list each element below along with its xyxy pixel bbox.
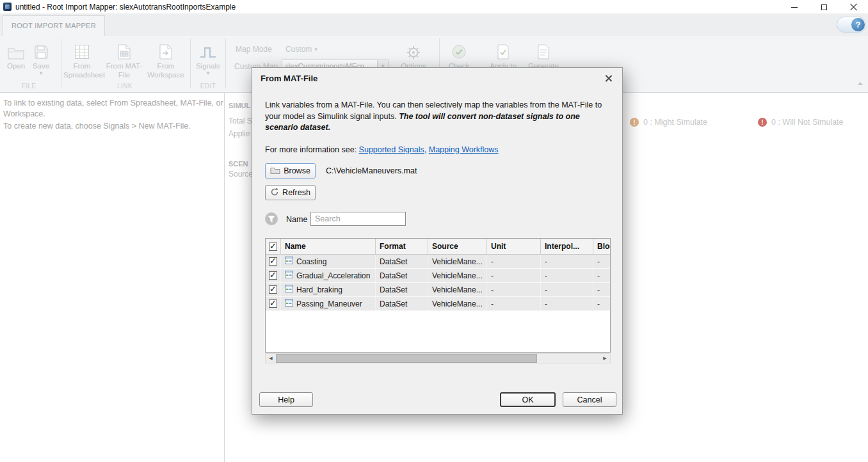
row-checkbox-cell: [266, 255, 281, 268]
mat-file-icon: [104, 39, 144, 60]
row-checkbox-cell: [266, 283, 281, 296]
header-unit[interactable]: Unit: [487, 239, 541, 254]
maximize-button[interactable]: [809, 0, 839, 14]
row-checkbox[interactable]: [269, 299, 277, 308]
filter-icon[interactable]: [264, 212, 278, 226]
minimize-button[interactable]: [780, 0, 809, 14]
scrollbar-track[interactable]: [276, 354, 600, 363]
will-not-simulate-text: 0 : Will Not Simulate: [771, 118, 844, 127]
scroll-right-button[interactable]: ▶: [600, 354, 610, 363]
spreadsheet-icon: [63, 39, 100, 60]
browse-label: Browse: [284, 166, 310, 175]
scrollbar-thumb[interactable]: [276, 354, 537, 363]
from-mat-file-button[interactable]: From MAT-File: [104, 39, 144, 79]
app-icon: [3, 3, 12, 11]
row-name-cell: Gradual_Acceleration: [281, 269, 376, 282]
row-source: VehicleMane...: [428, 283, 487, 296]
from-spreadsheet-button[interactable]: From Spreadsheet: [63, 39, 100, 79]
refresh-button[interactable]: Refresh: [265, 185, 316, 200]
close-icon: [849, 3, 857, 11]
tab-root-import-mapper[interactable]: ROOT IMPORT MAPPER: [3, 15, 105, 36]
help-button-dialog[interactable]: Help: [259, 392, 313, 407]
header-name[interactable]: Name: [281, 239, 376, 254]
signals-label: Signals: [196, 62, 220, 70]
applied-label: Applie: [229, 129, 252, 138]
browse-button[interactable]: Browse: [265, 163, 316, 179]
browse-folder-icon: [270, 166, 280, 176]
simulation-section-label: SIMUL: [229, 102, 252, 109]
table-row[interactable]: Passing_Maneuver DataSet VehicleMane... …: [266, 297, 610, 311]
header-source[interactable]: Source: [428, 239, 487, 254]
map-mode-value: Custom: [285, 45, 312, 54]
search-input[interactable]: [310, 212, 406, 226]
row-unit: -: [487, 297, 541, 310]
cancel-button[interactable]: Cancel: [563, 392, 616, 407]
from-workspace-button[interactable]: From Workspace: [145, 39, 186, 79]
signals-table: Name Format Source Unit Interpol... Bloc…: [265, 238, 611, 353]
row-block: -: [593, 297, 610, 310]
will-not-simulate-status: ! 0 : Will Not Simulate: [758, 118, 844, 127]
close-icon: [605, 75, 612, 82]
select-all-cell: [266, 239, 281, 254]
row-name-cell: Hard_braking: [281, 283, 376, 296]
file-group-label: FILE: [4, 83, 54, 90]
row-unit: -: [487, 269, 541, 282]
dialog-title: From MAT-File: [261, 74, 317, 83]
open-button[interactable]: Open: [4, 39, 28, 70]
table-row[interactable]: Hard_braking DataSet VehicleMane... - - …: [266, 283, 610, 297]
table-row[interactable]: Gradual_Acceleration DataSet VehicleMane…: [266, 269, 610, 283]
dataset-icon: [285, 257, 293, 266]
toolbar-divider: [190, 38, 191, 88]
save-button[interactable]: Save ▾: [29, 39, 53, 76]
row-checkbox-cell: [266, 269, 281, 282]
from-mat-file-label: From MAT-File: [106, 62, 143, 79]
row-format: DataSet: [376, 269, 428, 282]
table-header-row: Name Format Source Unit Interpol... Bloc: [266, 239, 610, 255]
save-dropdown-icon[interactable]: ▾: [29, 70, 53, 76]
save-disk-icon: [29, 39, 53, 60]
maximize-icon: [821, 4, 827, 10]
table-row[interactable]: Coasting DataSet VehicleMane... - - -: [266, 255, 610, 269]
row-format: DataSet: [376, 283, 428, 296]
help-button[interactable]: ?: [851, 18, 865, 31]
apply-to-button[interactable]: Apply to: [485, 39, 521, 70]
close-button[interactable]: [839, 0, 868, 14]
might-simulate-status: ! 0 : Might Simulate: [630, 118, 707, 127]
row-source: VehicleMane...: [428, 269, 487, 282]
signals-button[interactable]: Signals ▾: [192, 39, 224, 76]
dialog-titlebar: From MAT-File: [252, 68, 622, 88]
row-name-cell: Passing_Maneuver: [281, 297, 376, 310]
refresh-icon: [270, 187, 279, 198]
row-checkbox[interactable]: [269, 257, 277, 266]
map-mode-dropdown[interactable]: Custom ▾: [285, 45, 317, 54]
collapse-ribbon-icon[interactable]: [858, 82, 863, 85]
source-label: Source: [229, 170, 252, 179]
header-interpolation[interactable]: Interpol...: [541, 239, 593, 254]
from-mat-file-dialog: From MAT-File Link variables from a MAT-…: [252, 67, 623, 415]
signals-dropdown-icon[interactable]: ▾: [192, 70, 224, 76]
supported-signals-link[interactable]: Supported Signals,: [359, 145, 427, 154]
row-checkbox[interactable]: [269, 271, 277, 280]
edit-group-label: EDIT: [192, 83, 224, 90]
header-format[interactable]: Format: [376, 239, 428, 254]
select-all-checkbox[interactable]: [269, 243, 277, 251]
row-source: VehicleMane...: [428, 297, 487, 310]
row-block: -: [593, 269, 610, 282]
scroll-left-button[interactable]: ◀: [266, 354, 276, 363]
signals-icon: [192, 39, 224, 60]
row-interpolation: -: [541, 283, 593, 296]
header-block[interactable]: Bloc: [593, 239, 610, 254]
generate-button[interactable]: Generate: [525, 39, 562, 70]
more-info-line: For more information see: Supported Sign…: [265, 145, 499, 154]
dialog-description: Link variables from a MAT-File. You can …: [265, 100, 615, 134]
dataset-icon: [285, 271, 293, 280]
dataset-icon: [285, 285, 293, 294]
row-interpolation: -: [541, 269, 593, 282]
ok-button[interactable]: OK: [500, 392, 556, 407]
mapping-workflows-link[interactable]: Mapping Workflows: [429, 145, 499, 154]
options-button[interactable]: Options: [397, 39, 430, 70]
row-checkbox[interactable]: [269, 285, 277, 294]
dialog-close-button[interactable]: [602, 72, 614, 84]
apply-check-icon: [485, 39, 521, 60]
refresh-label: Refresh: [282, 188, 310, 197]
